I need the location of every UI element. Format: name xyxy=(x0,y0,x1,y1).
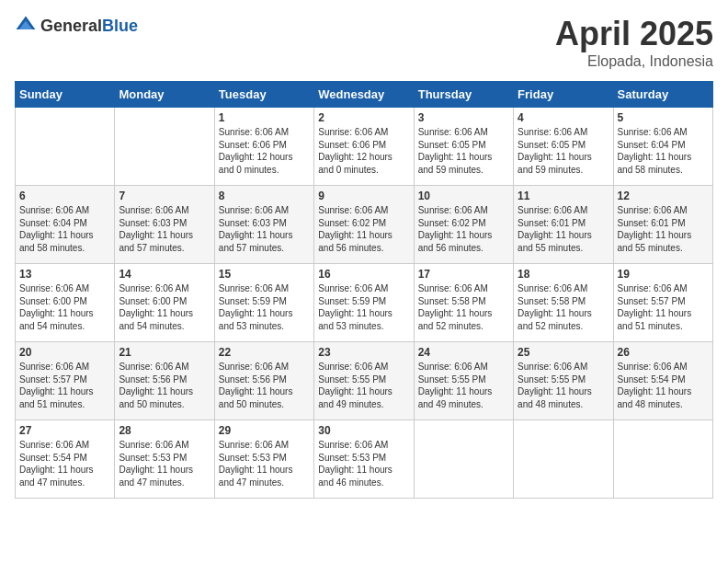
calendar-cell: 7Sunrise: 6:06 AM Sunset: 6:03 PM Daylig… xyxy=(115,186,214,264)
day-number: 24 xyxy=(418,346,509,359)
page-header: GeneralBlue April 2025 Elopada, Indonesi… xyxy=(15,15,713,70)
day-number: 11 xyxy=(518,190,609,202)
calendar-cell: 24Sunrise: 6:06 AM Sunset: 5:55 PM Dayli… xyxy=(414,342,513,420)
day-number: 30 xyxy=(318,424,409,437)
calendar-cell: 23Sunrise: 6:06 AM Sunset: 5:55 PM Dayli… xyxy=(314,342,414,420)
day-number: 27 xyxy=(19,424,110,437)
logo-general: General xyxy=(40,17,102,35)
location-title: Elopada, Indonesia xyxy=(555,53,713,70)
calendar-cell: 10Sunrise: 6:06 AM Sunset: 6:02 PM Dayli… xyxy=(414,186,513,264)
day-number: 3 xyxy=(418,111,509,124)
month-title: April 2025 xyxy=(555,15,713,53)
cell-content: Sunrise: 6:06 AM Sunset: 6:01 PM Dayligh… xyxy=(518,204,609,254)
day-number: 4 xyxy=(518,111,609,124)
calendar-cell: 2Sunrise: 6:06 AM Sunset: 6:06 PM Daylig… xyxy=(314,108,414,186)
day-number: 19 xyxy=(618,268,709,281)
cell-content: Sunrise: 6:06 AM Sunset: 5:58 PM Dayligh… xyxy=(418,282,509,332)
day-number: 21 xyxy=(119,346,210,359)
calendar-cell xyxy=(16,108,115,186)
title-area: April 2025 Elopada, Indonesia xyxy=(555,15,713,70)
calendar-week-row: 13Sunrise: 6:06 AM Sunset: 6:00 PM Dayli… xyxy=(16,264,713,342)
day-number: 8 xyxy=(219,190,310,202)
calendar-cell: 16Sunrise: 6:06 AM Sunset: 5:59 PM Dayli… xyxy=(314,264,414,342)
cell-content: Sunrise: 6:06 AM Sunset: 6:02 PM Dayligh… xyxy=(418,204,509,254)
day-number: 22 xyxy=(219,346,310,359)
calendar-cell: 3Sunrise: 6:06 AM Sunset: 6:05 PM Daylig… xyxy=(414,108,513,186)
logo-blue: Blue xyxy=(102,17,138,35)
cell-content: Sunrise: 6:06 AM Sunset: 6:02 PM Dayligh… xyxy=(318,204,409,254)
calendar-cell: 13Sunrise: 6:06 AM Sunset: 6:00 PM Dayli… xyxy=(16,264,115,342)
day-number: 23 xyxy=(318,346,409,359)
cell-content: Sunrise: 6:06 AM Sunset: 5:58 PM Dayligh… xyxy=(518,282,609,332)
calendar-cell: 8Sunrise: 6:06 AM Sunset: 6:03 PM Daylig… xyxy=(214,186,313,264)
weekday-header-friday: Friday xyxy=(514,82,613,108)
cell-content: Sunrise: 6:06 AM Sunset: 6:00 PM Dayligh… xyxy=(19,282,110,332)
cell-content: Sunrise: 6:06 AM Sunset: 6:01 PM Dayligh… xyxy=(618,204,709,254)
day-number: 17 xyxy=(418,268,509,281)
cell-content: Sunrise: 6:06 AM Sunset: 5:54 PM Dayligh… xyxy=(19,439,110,488)
day-number: 9 xyxy=(318,190,409,202)
calendar-cell: 20Sunrise: 6:06 AM Sunset: 5:57 PM Dayli… xyxy=(16,342,115,420)
calendar-cell: 11Sunrise: 6:06 AM Sunset: 6:01 PM Dayli… xyxy=(514,186,613,264)
cell-content: Sunrise: 6:06 AM Sunset: 5:53 PM Dayligh… xyxy=(219,439,310,488)
cell-content: Sunrise: 6:06 AM Sunset: 6:05 PM Dayligh… xyxy=(518,126,609,176)
calendar-cell: 17Sunrise: 6:06 AM Sunset: 5:58 PM Dayli… xyxy=(414,264,513,342)
calendar-cell: 18Sunrise: 6:06 AM Sunset: 5:58 PM Dayli… xyxy=(514,264,613,342)
weekday-header-tuesday: Tuesday xyxy=(214,82,313,108)
weekday-header-row: SundayMondayTuesdayWednesdayThursdayFrid… xyxy=(16,82,713,108)
cell-content: Sunrise: 6:06 AM Sunset: 6:03 PM Dayligh… xyxy=(119,204,210,254)
cell-content: Sunrise: 6:06 AM Sunset: 5:57 PM Dayligh… xyxy=(618,282,709,332)
calendar-cell: 4Sunrise: 6:06 AM Sunset: 6:05 PM Daylig… xyxy=(514,108,613,186)
cell-content: Sunrise: 6:06 AM Sunset: 6:06 PM Dayligh… xyxy=(318,126,409,176)
cell-content: Sunrise: 6:06 AM Sunset: 5:53 PM Dayligh… xyxy=(318,439,409,488)
calendar-cell: 27Sunrise: 6:06 AM Sunset: 5:54 PM Dayli… xyxy=(16,420,115,499)
day-number: 15 xyxy=(219,268,310,281)
day-number: 6 xyxy=(19,190,110,202)
calendar-cell xyxy=(514,420,613,499)
calendar-cell xyxy=(613,420,712,499)
calendar-cell: 21Sunrise: 6:06 AM Sunset: 5:56 PM Dayli… xyxy=(115,342,214,420)
cell-content: Sunrise: 6:06 AM Sunset: 5:53 PM Dayligh… xyxy=(119,439,210,488)
weekday-header-thursday: Thursday xyxy=(414,82,513,108)
calendar-table: SundayMondayTuesdayWednesdayThursdayFrid… xyxy=(15,81,713,499)
calendar-cell xyxy=(115,108,214,186)
day-number: 18 xyxy=(518,268,609,281)
day-number: 14 xyxy=(119,268,210,281)
day-number: 20 xyxy=(19,346,110,359)
cell-content: Sunrise: 6:06 AM Sunset: 5:55 PM Dayligh… xyxy=(418,361,509,410)
day-number: 29 xyxy=(219,424,310,437)
weekday-header-wednesday: Wednesday xyxy=(314,82,414,108)
day-number: 26 xyxy=(618,346,709,359)
calendar-cell xyxy=(414,420,513,499)
calendar-week-row: 20Sunrise: 6:06 AM Sunset: 5:57 PM Dayli… xyxy=(16,342,713,420)
weekday-header-monday: Monday xyxy=(115,82,214,108)
calendar-cell: 15Sunrise: 6:06 AM Sunset: 5:59 PM Dayli… xyxy=(214,264,313,342)
day-number: 1 xyxy=(219,111,310,124)
logo: GeneralBlue xyxy=(15,15,138,37)
cell-content: Sunrise: 6:06 AM Sunset: 6:04 PM Dayligh… xyxy=(19,204,110,254)
calendar-cell: 26Sunrise: 6:06 AM Sunset: 5:54 PM Dayli… xyxy=(613,342,712,420)
logo-icon xyxy=(15,15,37,37)
cell-content: Sunrise: 6:06 AM Sunset: 6:05 PM Dayligh… xyxy=(418,126,509,176)
cell-content: Sunrise: 6:06 AM Sunset: 5:59 PM Dayligh… xyxy=(318,282,409,332)
calendar-cell: 22Sunrise: 6:06 AM Sunset: 5:56 PM Dayli… xyxy=(214,342,313,420)
cell-content: Sunrise: 6:06 AM Sunset: 6:03 PM Dayligh… xyxy=(219,204,310,254)
weekday-header-saturday: Saturday xyxy=(613,82,712,108)
cell-content: Sunrise: 6:06 AM Sunset: 5:59 PM Dayligh… xyxy=(219,282,310,332)
day-number: 10 xyxy=(418,190,509,202)
calendar-cell: 9Sunrise: 6:06 AM Sunset: 6:02 PM Daylig… xyxy=(314,186,414,264)
cell-content: Sunrise: 6:06 AM Sunset: 5:55 PM Dayligh… xyxy=(518,361,609,410)
calendar-cell: 30Sunrise: 6:06 AM Sunset: 5:53 PM Dayli… xyxy=(314,420,414,499)
cell-content: Sunrise: 6:06 AM Sunset: 5:55 PM Dayligh… xyxy=(318,361,409,410)
day-number: 28 xyxy=(119,424,210,437)
day-number: 13 xyxy=(19,268,110,281)
calendar-week-row: 6Sunrise: 6:06 AM Sunset: 6:04 PM Daylig… xyxy=(16,186,713,264)
day-number: 2 xyxy=(318,111,409,124)
day-number: 7 xyxy=(119,190,210,202)
calendar-cell: 6Sunrise: 6:06 AM Sunset: 6:04 PM Daylig… xyxy=(16,186,115,264)
day-number: 12 xyxy=(618,190,709,202)
day-number: 25 xyxy=(518,346,609,359)
calendar-cell: 5Sunrise: 6:06 AM Sunset: 6:04 PM Daylig… xyxy=(613,108,712,186)
day-number: 16 xyxy=(318,268,409,281)
calendar-week-row: 27Sunrise: 6:06 AM Sunset: 5:54 PM Dayli… xyxy=(16,420,713,499)
